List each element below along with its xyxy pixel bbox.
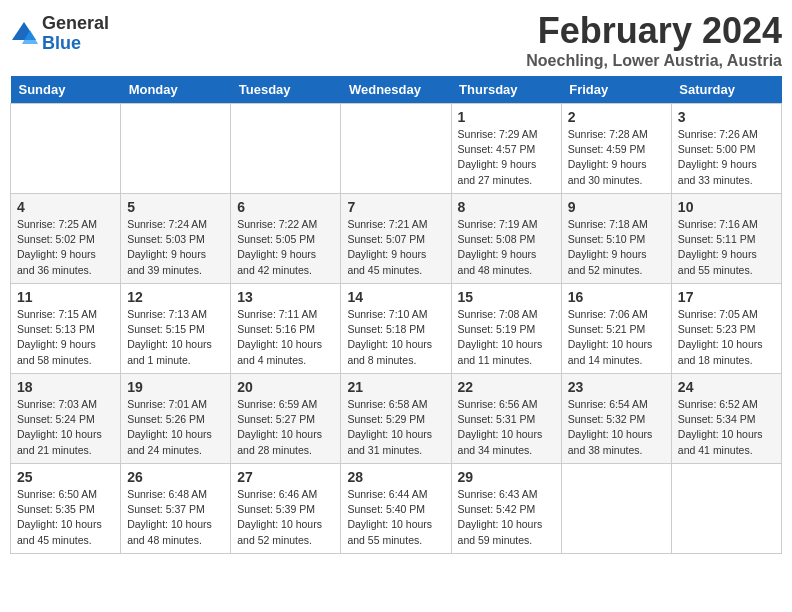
day-info: Sunrise: 7:16 AM Sunset: 5:11 PM Dayligh… bbox=[678, 217, 775, 278]
day-info: Sunrise: 6:48 AM Sunset: 5:37 PM Dayligh… bbox=[127, 487, 224, 548]
calendar-cell: 10Sunrise: 7:16 AM Sunset: 5:11 PM Dayli… bbox=[671, 194, 781, 284]
day-number: 21 bbox=[347, 379, 444, 395]
day-info: Sunrise: 7:18 AM Sunset: 5:10 PM Dayligh… bbox=[568, 217, 665, 278]
calendar-cell: 21Sunrise: 6:58 AM Sunset: 5:29 PM Dayli… bbox=[341, 374, 451, 464]
day-info: Sunrise: 7:21 AM Sunset: 5:07 PM Dayligh… bbox=[347, 217, 444, 278]
day-info: Sunrise: 6:56 AM Sunset: 5:31 PM Dayligh… bbox=[458, 397, 555, 458]
day-number: 15 bbox=[458, 289, 555, 305]
calendar-cell: 11Sunrise: 7:15 AM Sunset: 5:13 PM Dayli… bbox=[11, 284, 121, 374]
day-number: 14 bbox=[347, 289, 444, 305]
calendar-cell: 29Sunrise: 6:43 AM Sunset: 5:42 PM Dayli… bbox=[451, 464, 561, 554]
calendar-cell bbox=[121, 104, 231, 194]
header-cell-tuesday: Tuesday bbox=[231, 76, 341, 104]
day-number: 1 bbox=[458, 109, 555, 125]
day-number: 4 bbox=[17, 199, 114, 215]
header-cell-wednesday: Wednesday bbox=[341, 76, 451, 104]
calendar-cell: 9Sunrise: 7:18 AM Sunset: 5:10 PM Daylig… bbox=[561, 194, 671, 284]
calendar-week-2: 4Sunrise: 7:25 AM Sunset: 5:02 PM Daylig… bbox=[11, 194, 782, 284]
day-info: Sunrise: 6:54 AM Sunset: 5:32 PM Dayligh… bbox=[568, 397, 665, 458]
day-number: 29 bbox=[458, 469, 555, 485]
calendar-cell: 18Sunrise: 7:03 AM Sunset: 5:24 PM Dayli… bbox=[11, 374, 121, 464]
day-number: 9 bbox=[568, 199, 665, 215]
title-block: February 2024 Noechling, Lower Austria, … bbox=[526, 10, 782, 70]
day-info: Sunrise: 7:19 AM Sunset: 5:08 PM Dayligh… bbox=[458, 217, 555, 278]
day-number: 6 bbox=[237, 199, 334, 215]
calendar-cell bbox=[231, 104, 341, 194]
location-title: Noechling, Lower Austria, Austria bbox=[526, 52, 782, 70]
calendar-week-1: 1Sunrise: 7:29 AM Sunset: 4:57 PM Daylig… bbox=[11, 104, 782, 194]
day-number: 13 bbox=[237, 289, 334, 305]
day-info: Sunrise: 7:15 AM Sunset: 5:13 PM Dayligh… bbox=[17, 307, 114, 368]
day-info: Sunrise: 6:59 AM Sunset: 5:27 PM Dayligh… bbox=[237, 397, 334, 458]
logo-general: General bbox=[42, 14, 109, 34]
day-number: 5 bbox=[127, 199, 224, 215]
day-info: Sunrise: 7:11 AM Sunset: 5:16 PM Dayligh… bbox=[237, 307, 334, 368]
day-info: Sunrise: 6:58 AM Sunset: 5:29 PM Dayligh… bbox=[347, 397, 444, 458]
header-cell-thursday: Thursday bbox=[451, 76, 561, 104]
calendar-cell: 13Sunrise: 7:11 AM Sunset: 5:16 PM Dayli… bbox=[231, 284, 341, 374]
calendar-cell: 24Sunrise: 6:52 AM Sunset: 5:34 PM Dayli… bbox=[671, 374, 781, 464]
calendar-cell: 27Sunrise: 6:46 AM Sunset: 5:39 PM Dayli… bbox=[231, 464, 341, 554]
day-number: 20 bbox=[237, 379, 334, 395]
calendar-cell: 17Sunrise: 7:05 AM Sunset: 5:23 PM Dayli… bbox=[671, 284, 781, 374]
logo-blue: Blue bbox=[42, 34, 109, 54]
day-number: 2 bbox=[568, 109, 665, 125]
calendar-cell: 3Sunrise: 7:26 AM Sunset: 5:00 PM Daylig… bbox=[671, 104, 781, 194]
calendar-cell: 19Sunrise: 7:01 AM Sunset: 5:26 PM Dayli… bbox=[121, 374, 231, 464]
calendar-cell: 8Sunrise: 7:19 AM Sunset: 5:08 PM Daylig… bbox=[451, 194, 561, 284]
day-info: Sunrise: 7:28 AM Sunset: 4:59 PM Dayligh… bbox=[568, 127, 665, 188]
day-number: 10 bbox=[678, 199, 775, 215]
day-number: 27 bbox=[237, 469, 334, 485]
day-number: 23 bbox=[568, 379, 665, 395]
calendar-table: SundayMondayTuesdayWednesdayThursdayFrid… bbox=[10, 76, 782, 554]
calendar-cell: 1Sunrise: 7:29 AM Sunset: 4:57 PM Daylig… bbox=[451, 104, 561, 194]
calendar-cell: 5Sunrise: 7:24 AM Sunset: 5:03 PM Daylig… bbox=[121, 194, 231, 284]
header-cell-saturday: Saturday bbox=[671, 76, 781, 104]
calendar-cell: 2Sunrise: 7:28 AM Sunset: 4:59 PM Daylig… bbox=[561, 104, 671, 194]
day-info: Sunrise: 6:50 AM Sunset: 5:35 PM Dayligh… bbox=[17, 487, 114, 548]
calendar-cell: 15Sunrise: 7:08 AM Sunset: 5:19 PM Dayli… bbox=[451, 284, 561, 374]
calendar-cell bbox=[341, 104, 451, 194]
day-number: 22 bbox=[458, 379, 555, 395]
day-number: 28 bbox=[347, 469, 444, 485]
header-row: SundayMondayTuesdayWednesdayThursdayFrid… bbox=[11, 76, 782, 104]
day-info: Sunrise: 7:26 AM Sunset: 5:00 PM Dayligh… bbox=[678, 127, 775, 188]
calendar-week-4: 18Sunrise: 7:03 AM Sunset: 5:24 PM Dayli… bbox=[11, 374, 782, 464]
day-info: Sunrise: 7:10 AM Sunset: 5:18 PM Dayligh… bbox=[347, 307, 444, 368]
day-info: Sunrise: 7:22 AM Sunset: 5:05 PM Dayligh… bbox=[237, 217, 334, 278]
calendar-cell: 12Sunrise: 7:13 AM Sunset: 5:15 PM Dayli… bbox=[121, 284, 231, 374]
logo-text: General Blue bbox=[42, 14, 109, 54]
day-number: 26 bbox=[127, 469, 224, 485]
day-number: 18 bbox=[17, 379, 114, 395]
month-title: February 2024 bbox=[526, 10, 782, 52]
calendar-week-5: 25Sunrise: 6:50 AM Sunset: 5:35 PM Dayli… bbox=[11, 464, 782, 554]
calendar-cell: 28Sunrise: 6:44 AM Sunset: 5:40 PM Dayli… bbox=[341, 464, 451, 554]
calendar-cell: 7Sunrise: 7:21 AM Sunset: 5:07 PM Daylig… bbox=[341, 194, 451, 284]
header-cell-friday: Friday bbox=[561, 76, 671, 104]
day-info: Sunrise: 7:13 AM Sunset: 5:15 PM Dayligh… bbox=[127, 307, 224, 368]
calendar-cell bbox=[561, 464, 671, 554]
day-info: Sunrise: 6:52 AM Sunset: 5:34 PM Dayligh… bbox=[678, 397, 775, 458]
day-number: 25 bbox=[17, 469, 114, 485]
day-info: Sunrise: 6:44 AM Sunset: 5:40 PM Dayligh… bbox=[347, 487, 444, 548]
calendar-cell: 22Sunrise: 6:56 AM Sunset: 5:31 PM Dayli… bbox=[451, 374, 561, 464]
calendar-cell bbox=[11, 104, 121, 194]
day-number: 11 bbox=[17, 289, 114, 305]
day-number: 19 bbox=[127, 379, 224, 395]
calendar-cell: 4Sunrise: 7:25 AM Sunset: 5:02 PM Daylig… bbox=[11, 194, 121, 284]
calendar-cell: 26Sunrise: 6:48 AM Sunset: 5:37 PM Dayli… bbox=[121, 464, 231, 554]
day-info: Sunrise: 7:25 AM Sunset: 5:02 PM Dayligh… bbox=[17, 217, 114, 278]
day-info: Sunrise: 7:05 AM Sunset: 5:23 PM Dayligh… bbox=[678, 307, 775, 368]
day-number: 8 bbox=[458, 199, 555, 215]
day-info: Sunrise: 7:29 AM Sunset: 4:57 PM Dayligh… bbox=[458, 127, 555, 188]
day-info: Sunrise: 7:06 AM Sunset: 5:21 PM Dayligh… bbox=[568, 307, 665, 368]
calendar-cell: 20Sunrise: 6:59 AM Sunset: 5:27 PM Dayli… bbox=[231, 374, 341, 464]
calendar-cell: 16Sunrise: 7:06 AM Sunset: 5:21 PM Dayli… bbox=[561, 284, 671, 374]
day-info: Sunrise: 7:08 AM Sunset: 5:19 PM Dayligh… bbox=[458, 307, 555, 368]
day-number: 16 bbox=[568, 289, 665, 305]
day-number: 12 bbox=[127, 289, 224, 305]
day-number: 3 bbox=[678, 109, 775, 125]
day-number: 7 bbox=[347, 199, 444, 215]
calendar-cell: 23Sunrise: 6:54 AM Sunset: 5:32 PM Dayli… bbox=[561, 374, 671, 464]
day-info: Sunrise: 6:46 AM Sunset: 5:39 PM Dayligh… bbox=[237, 487, 334, 548]
